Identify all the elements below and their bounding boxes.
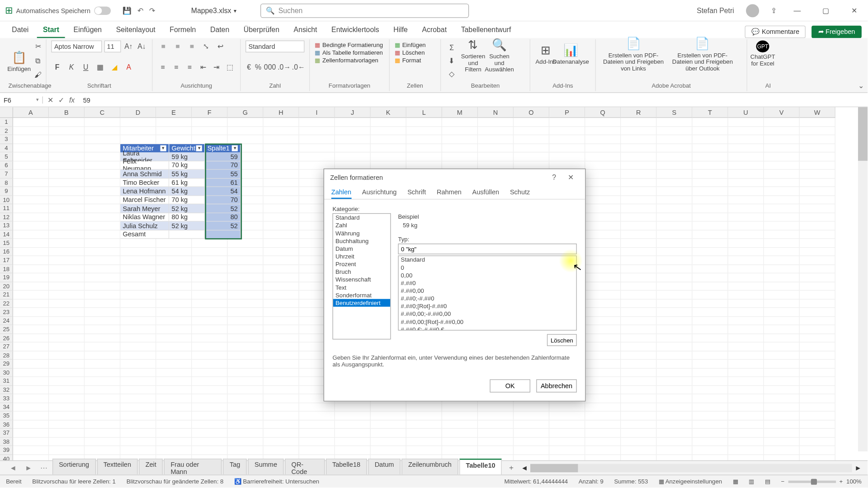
font-size-combo[interactable]: 11 — [104, 41, 121, 52]
zoom-value[interactable]: 100% — [846, 478, 862, 484]
ribbon-tab-überprüfen[interactable]: Überprüfen — [238, 23, 286, 38]
col-header[interactable]: O — [514, 107, 549, 118]
row-header[interactable]: 23 — [0, 308, 13, 316]
dialog-tab[interactable]: Schutz — [510, 186, 530, 199]
col-header[interactable]: G — [227, 107, 263, 118]
font-name-combo[interactable]: Aptos Narrow — [51, 41, 101, 52]
add-sheet-button[interactable]: ＋ — [503, 463, 520, 473]
category-item[interactable]: Text — [333, 283, 391, 291]
table-cell[interactable]: Felix Neumann — [120, 161, 169, 170]
row-header[interactable]: 21 — [0, 291, 13, 299]
row-header[interactable]: 15 — [0, 239, 13, 248]
ribbon-tab-formeln[interactable]: Formeln — [164, 23, 202, 38]
table-cell[interactable]: Niklas Wagner — [120, 213, 169, 221]
ribbon-tab-einfügen[interactable]: Einfügen — [67, 23, 108, 38]
col-header[interactable]: L — [406, 107, 442, 118]
category-item[interactable]: Benutzerdefiniert — [333, 299, 391, 307]
collapse-ribbon-icon[interactable]: ⌄ — [858, 82, 864, 90]
table-cell[interactable]: 61 — [205, 178, 241, 187]
col-header[interactable]: U — [728, 107, 764, 118]
insert-cells-button[interactable]: ▦Einfügen — [395, 42, 436, 48]
table-cell[interactable]: 52 kg — [169, 221, 205, 230]
wrap-text-icon[interactable]: ↩ — [214, 41, 226, 52]
search-input[interactable]: 🔍 Suchen — [260, 3, 469, 18]
cancel-formula-icon[interactable]: ✕ — [47, 96, 53, 104]
align-top-icon[interactable]: ≡ — [157, 41, 169, 52]
type-list[interactable]: Standard00,00#.##0#.##0,00#.##0;-#.##0#.… — [398, 255, 576, 330]
col-header[interactable]: V — [764, 107, 800, 118]
dialog-tab[interactable]: Zahlen — [331, 186, 351, 199]
ribbon-tab-daten[interactable]: Daten — [204, 23, 236, 38]
type-item[interactable]: #.##0;-#.##0 — [399, 295, 576, 302]
chatgpt-button[interactable]: GPTChatGPT for Excel — [752, 41, 773, 67]
category-item[interactable]: Uhrzeit — [333, 253, 391, 260]
format-cells-button[interactable]: ▦Format — [395, 57, 436, 64]
percent-icon[interactable]: % — [255, 61, 261, 73]
ribbon-tab-datei[interactable]: Datei — [6, 23, 34, 38]
view-layout-icon[interactable]: ▥ — [749, 478, 754, 484]
row-header[interactable]: 22 — [0, 299, 13, 308]
table-header[interactable]: Gewicht▾ — [169, 144, 205, 152]
bold-icon[interactable]: F — [51, 61, 63, 73]
ribbon-tab-acrobat[interactable]: Acrobat — [416, 23, 453, 38]
row-header[interactable]: 11 — [0, 204, 13, 213]
autosum-icon[interactable]: Σ — [446, 42, 458, 53]
copy-icon[interactable]: ⧉ — [32, 55, 44, 66]
type-item[interactable]: #.##0,00;-#.##0,00 — [399, 310, 576, 318]
col-header[interactable]: T — [693, 107, 728, 118]
table-cell[interactable]: Anna Schmid — [120, 170, 169, 178]
clear-icon[interactable]: ◇ — [446, 68, 458, 80]
close-button[interactable]: ✕ — [846, 6, 863, 14]
status-display[interactable]: ▦ Anzeigeeinstellungen — [659, 478, 722, 484]
col-header[interactable]: Q — [585, 107, 621, 118]
zoom-out-icon[interactable]: − — [781, 478, 785, 484]
row-header[interactable]: 9 — [0, 187, 13, 196]
indent-dec-icon[interactable]: ⇤ — [198, 61, 208, 73]
row-header[interactable]: 36 — [0, 420, 13, 429]
row-header[interactable]: 2 — [0, 127, 13, 135]
category-item[interactable]: Sonderformat — [333, 291, 391, 299]
table-cell[interactable]: Marcel Fischer — [120, 196, 169, 204]
ribbon-tab-entwicklertools[interactable]: Entwicklertools — [326, 23, 385, 38]
row-header[interactable]: 34 — [0, 403, 13, 412]
row-header[interactable]: 29 — [0, 360, 13, 368]
row-header[interactable]: 28 — [0, 351, 13, 360]
align-bottom-icon[interactable]: ≡ — [186, 41, 198, 52]
col-header[interactable]: R — [621, 107, 656, 118]
col-header[interactable]: D — [120, 107, 156, 118]
italic-icon[interactable]: K — [66, 61, 77, 73]
table-cell[interactable]: 55 kg — [169, 170, 205, 178]
row-header[interactable]: 30 — [0, 368, 13, 377]
table-cell[interactable]: Timo Becker — [120, 178, 169, 187]
col-header[interactable]: I — [299, 107, 335, 118]
filename[interactable]: Mappe3.xlsx▾ — [191, 6, 237, 14]
row-header[interactable]: 27 — [0, 343, 13, 351]
orientation-icon[interactable]: ⤡ — [200, 41, 212, 52]
delete-format-button[interactable]: Löschen — [547, 334, 577, 346]
dec-decimal-icon[interactable]: .0← — [292, 61, 304, 73]
user-name[interactable]: Stefan Petri — [697, 6, 734, 14]
table-cell[interactable]: 52 kg — [169, 204, 205, 213]
sort-filter-button[interactable]: ⇅Sortieren und Filtern — [462, 42, 484, 68]
row-header[interactable]: 5 — [0, 152, 13, 161]
dialog-tab[interactable]: Ausrichtung — [362, 186, 397, 199]
category-item[interactable]: Zahl — [333, 221, 391, 229]
type-item[interactable]: #.##0 — [399, 279, 576, 287]
maximize-button[interactable]: ▢ — [817, 6, 834, 14]
dialog-help-button[interactable]: ? — [546, 174, 562, 182]
col-header[interactable]: S — [656, 107, 692, 118]
table-cell[interactable]: Julia Schulz — [120, 221, 169, 230]
col-header[interactable]: P — [549, 107, 585, 118]
row-header[interactable]: 17 — [0, 256, 13, 265]
sheet-nav-menu[interactable]: ⋯ — [37, 464, 51, 472]
align-center-icon[interactable]: ≡ — [171, 61, 182, 73]
col-header[interactable]: J — [335, 107, 371, 118]
row-header[interactable]: 7 — [0, 170, 13, 178]
vertical-scrollbar[interactable] — [858, 107, 868, 451]
zoom-in-icon[interactable]: + — [840, 478, 843, 484]
row-header[interactable]: 3 — [0, 135, 13, 144]
save-icon[interactable]: 💾 — [123, 6, 132, 14]
row-header[interactable]: 16 — [0, 248, 13, 256]
row-header[interactable]: 31 — [0, 377, 13, 385]
row-header[interactable]: 1 — [0, 118, 13, 127]
